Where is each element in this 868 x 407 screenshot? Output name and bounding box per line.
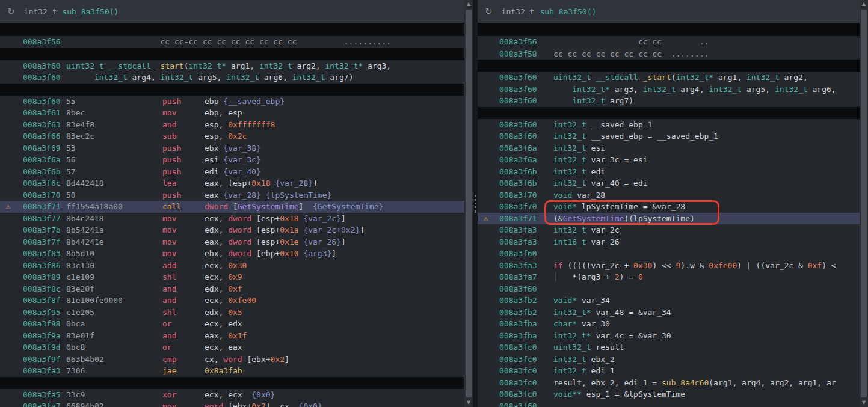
address[interactable]: 008a3f7b — [23, 224, 66, 236]
token-type[interactable]: int32_t — [553, 120, 586, 129]
address[interactable]: 008a3f8f — [23, 295, 66, 307]
disasm-row[interactable]: 008a3f6683ec2csubesp, 0x2c — [0, 130, 464, 142]
token-number[interactable]: 0x2 — [251, 402, 265, 407]
token-text[interactable]: ebx, — [205, 249, 228, 258]
code-row[interactable]: 008a3fa7│ *(arg3 + 2) = 0 — [478, 271, 860, 283]
decompiled-code-listing[interactable]: 008a3f56 cc cc ..008a3f58cc cc cc cc cc … — [478, 24, 860, 407]
token-text[interactable]: arg7) — [325, 73, 354, 82]
token-type[interactable]: void* — [553, 296, 577, 305]
token-type[interactable]: int32_t* — [572, 85, 610, 94]
token-text[interactable]: (((((var_2c + — [563, 261, 633, 270]
disasm-row[interactable]: 008a3fa37306jae0x8a3fab — [0, 365, 464, 377]
address[interactable]: 008a3fba — [499, 330, 538, 342]
token-keyword[interactable]: dword — [228, 237, 251, 246]
token-type[interactable]: int32_t — [94, 73, 128, 82]
token-text[interactable]: ( — [184, 61, 189, 70]
mnemonic[interactable]: jae — [162, 365, 205, 377]
token-text[interactable]: ebp — [205, 97, 223, 106]
token-text[interactable]: ) = — [620, 272, 638, 281]
address[interactable]: 008a3f9a — [23, 330, 66, 342]
token-number[interactable]: 0 — [638, 272, 643, 281]
address[interactable]: 008a3f7f — [23, 236, 66, 248]
token-number[interactable]: 0x5 — [228, 308, 242, 317]
token-text[interactable]: ecx, — [205, 296, 228, 305]
code-row[interactable]: 008a3f60 — [478, 248, 860, 260]
token-type[interactable]: uint32_t — [66, 61, 104, 70]
code-row[interactable]: 008a3fc0result, ebx_2, edi_1 = sub_8a4c6… — [478, 377, 860, 389]
disasm-row[interactable]: 008a3f618becmovebp, esp — [0, 107, 464, 119]
address[interactable]: 008a3f6c — [23, 177, 66, 189]
token-text[interactable]: edi_1 — [586, 366, 615, 375]
token-bytes[interactable]: cc cc cc cc cc cc cc cc — [553, 49, 662, 58]
mnemonic[interactable]: add — [162, 260, 205, 272]
address[interactable]: 008a3fc0 — [499, 353, 538, 366]
address[interactable]: 008a3f71 — [499, 213, 538, 225]
token-text[interactable]: )(lpSystemTime) — [624, 214, 694, 223]
token-keyword[interactable]: dword — [228, 225, 251, 234]
code-row[interactable]: 008a3fb2int32_t* var_48 = &var_34 — [478, 307, 860, 319]
token-text[interactable]: __saved_ebp = __saved_ebp_1 — [586, 132, 718, 141]
token-number[interactable]: 0xf — [228, 284, 242, 293]
token-keyword[interactable]: dword — [228, 214, 251, 223]
token-text[interactable]: [ — [228, 202, 238, 211]
token-text[interactable]: ecx, eax — [205, 343, 242, 352]
function-name[interactable]: sub_8a3f50() — [62, 7, 119, 16]
code-row[interactable]: 008a3f70void* lpSystemTime = &var_28 — [478, 201, 860, 213]
address[interactable]: 008a3f98 — [23, 318, 66, 330]
token-annotation[interactable]: {var_2c} — [303, 214, 341, 223]
token-type[interactable]: void** — [553, 390, 582, 399]
token-text[interactable]: ] — [313, 179, 318, 188]
token-bytes[interactable]: cc cc — [553, 37, 662, 46]
disasm-row[interactable]: 008a3f6c8d442418leaeax, [esp+0x18 {var_2… — [0, 177, 464, 189]
address[interactable]: 008a3f60 — [499, 119, 538, 131]
token-text[interactable]: ecx, ecx — [205, 390, 251, 399]
token-type[interactable]: int32_t — [746, 73, 780, 82]
token-annotation[interactable]: {0x0} — [251, 390, 275, 399]
token-number[interactable]: 0x1e — [280, 237, 298, 246]
token-text[interactable]: ( — [671, 73, 676, 82]
address[interactable]: 008a3f6a — [499, 142, 538, 155]
address[interactable]: 008a3fa3 — [499, 236, 538, 248]
token-type[interactable]: int32_t — [553, 167, 586, 176]
token-annotation[interactable]: {var_28} — [223, 191, 261, 200]
disasm-row[interactable]: 008a3fa766894b02movword [ebx+0x2], cx {0… — [0, 400, 464, 407]
token-text[interactable]: ecx, — [205, 214, 228, 223]
address[interactable]: 008a3fc0 — [499, 365, 538, 377]
mnemonic[interactable]: shl — [162, 307, 205, 319]
address[interactable]: 008a3f6b — [23, 166, 66, 178]
token-text[interactable]: (& — [553, 214, 563, 223]
token-text[interactable]: eax — [205, 191, 223, 200]
mnemonic[interactable]: call — [162, 201, 205, 213]
disasm-row[interactable]: 008a3f7b8b54241amovedx, dword [esp+0x1a … — [0, 224, 464, 236]
disasm-row[interactable]: 008a3f6a56pushesi {var_3c} — [0, 154, 464, 166]
token-text[interactable]: __saved_ebp_1 — [586, 120, 653, 129]
disasm-row[interactable]: 008a3f9d0bc8orecx, eax — [0, 341, 464, 353]
address[interactable]: 008a3f83 — [23, 248, 66, 260]
code-row[interactable]: 008a3f60 int32_t arg4, int32_t arg5, int… — [0, 72, 464, 84]
disasm-row[interactable]: 008a3f838b5d10movebx, dword [ebp+0x10 {a… — [0, 248, 464, 260]
address[interactable]: 008a3f60 — [499, 95, 538, 107]
token-text[interactable]: esp, — [205, 132, 228, 141]
mnemonic[interactable]: push — [162, 166, 205, 178]
token-type[interactable]: __stdcall — [108, 61, 150, 70]
token-function[interactable]: sub_8a4c60 — [662, 378, 709, 387]
code-row[interactable]: 008a3f56 cc cc-cc cc cc cc cc cc cc cc .… — [0, 36, 464, 48]
mnemonic[interactable]: mov — [162, 107, 205, 119]
code-row[interactable]: 008a3fc0uint32_t result — [478, 341, 860, 353]
token-number[interactable]: 0x18 — [251, 179, 270, 188]
address[interactable]: 008a3fa5 — [23, 389, 66, 401]
token-number[interactable]: 0xfffffff8 — [228, 120, 275, 129]
token-type[interactable]: int16_t — [553, 237, 586, 246]
address[interactable]: 008a3f60 — [23, 72, 66, 84]
token-text[interactable]: eax, — [205, 237, 228, 246]
token-text[interactable]: ebx — [205, 144, 223, 153]
mnemonic[interactable]: and — [162, 283, 205, 295]
token-text[interactable]: [ebx+ — [242, 355, 271, 364]
refresh-icon[interactable]: ↻ — [7, 6, 15, 17]
address[interactable]: 008a3f95 — [23, 307, 66, 319]
token-keyword[interactable]: if — [553, 261, 563, 270]
address[interactable]: 008a3f6b — [499, 177, 538, 189]
token-number[interactable]: 2 — [615, 272, 620, 281]
token-text[interactable]: ebp, esp — [205, 108, 242, 117]
token-type[interactable]: int32_t* — [553, 331, 591, 340]
